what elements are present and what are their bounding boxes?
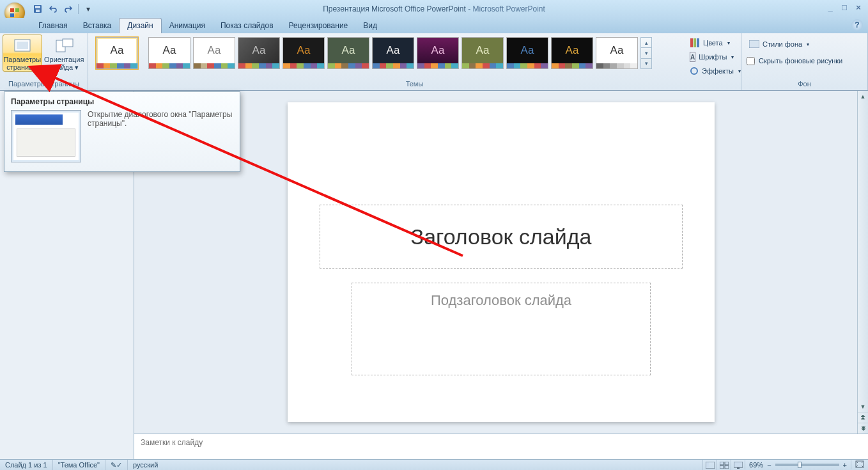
fit-to-window-button[interactable] <box>851 460 864 469</box>
svg-rect-22 <box>725 466 729 469</box>
doc-title: Презентация Microsoft Office PowerPoint <box>323 4 466 13</box>
tab-design[interactable]: Дизайн <box>119 18 161 33</box>
svg-point-14 <box>691 68 697 74</box>
svg-rect-10 <box>63 39 73 47</box>
svg-rect-1 <box>15 8 19 12</box>
page-setup-button[interactable]: Параметры страницы <box>3 35 42 72</box>
tab-slideshow[interactable]: Показ слайдов <box>213 19 281 33</box>
canvas-area[interactable]: Заголовок слайда Подзаголовок слайда <box>134 91 868 434</box>
status-language[interactable]: русский <box>128 460 163 470</box>
bg-styles-icon <box>749 39 759 49</box>
tab-insert[interactable]: Вставка <box>75 19 120 33</box>
screentip-body: Открытие диалогового окна "Параметры стр… <box>88 110 233 162</box>
fonts-icon: A <box>690 52 695 62</box>
page-setup-icon <box>12 38 33 54</box>
window-title: Презентация Microsoft Office PowerPoint … <box>0 4 868 13</box>
theme-item[interactable]: Aa <box>283 37 325 69</box>
effects-button[interactable]: Эффекты▾ <box>687 64 736 78</box>
zoom-thumb[interactable] <box>798 462 802 468</box>
screentip: Параметры страницы Открытие диалогового … <box>4 91 240 172</box>
svg-rect-11 <box>690 38 693 47</box>
slideshow-view-button[interactable] <box>731 460 745 470</box>
scroll-up-icon[interactable]: ▲ <box>858 91 868 102</box>
group-page-setup-label: Параметры страницы <box>3 80 85 90</box>
window-controls: _ □ × <box>825 3 864 12</box>
svg-rect-12 <box>694 38 696 47</box>
normal-view-button[interactable] <box>702 460 717 470</box>
slide-canvas[interactable]: Заголовок слайда Подзаголовок слайда <box>288 102 715 422</box>
close-button[interactable]: × <box>853 3 864 12</box>
view-buttons <box>702 460 745 470</box>
page-setup-label: Параметры страницы <box>3 56 42 71</box>
theme-item[interactable]: Aa <box>372 37 414 69</box>
theme-item[interactable]: Aa <box>461 37 504 69</box>
restore-button[interactable]: □ <box>839 3 850 12</box>
ribbon-tabs: Главная Вставка Дизайн Анимация Показ сл… <box>0 18 868 33</box>
svg-rect-3 <box>15 13 19 17</box>
tab-home[interactable]: Главная <box>31 19 75 33</box>
theme-item[interactable]: Aa <box>506 37 548 69</box>
undo-icon[interactable] <box>47 3 59 15</box>
svg-rect-0 <box>10 8 14 12</box>
theme-item[interactable]: Aa <box>327 37 369 69</box>
theme-item[interactable]: Aa <box>238 37 280 69</box>
qat-customize-icon[interactable]: ▾ <box>82 3 94 15</box>
group-page-setup: Параметры страницы Ориентация слайда ▾ П… <box>0 33 88 90</box>
theme-gallery[interactable]: Aa Aa Aa Aa Aa Aa Aa Aa Aa Aa Aa Aa ▴▾▾ <box>91 35 683 69</box>
group-themes-label: Темы <box>91 80 738 90</box>
scroll-down-icon[interactable]: ▼ <box>858 401 868 412</box>
zoom-in-button[interactable]: + <box>843 461 847 469</box>
theme-gallery-more[interactable]: ▴▾▾ <box>640 37 652 69</box>
theme-item[interactable]: Aa <box>96 37 138 69</box>
theme-item[interactable]: Aa <box>551 37 593 69</box>
zoom-value[interactable]: 69% <box>749 461 763 469</box>
orientation-label: Ориентация слайда ▾ <box>44 56 84 71</box>
help-button[interactable]: ? <box>851 19 863 31</box>
theme-variants: Цвета▾ AШрифты▾ Эффекты▾ <box>685 35 738 79</box>
svg-rect-5 <box>35 6 40 8</box>
theme-item[interactable]: Aa <box>596 37 638 69</box>
screentip-thumbnail <box>11 110 81 162</box>
redo-icon[interactable] <box>63 3 74 15</box>
theme-item[interactable]: Aa <box>417 37 459 69</box>
svg-rect-6 <box>36 10 40 12</box>
minimize-button[interactable]: _ <box>825 3 836 12</box>
subtitle-placeholder[interactable]: Подзаголовок слайда <box>352 283 651 375</box>
office-button[interactable] <box>3 0 27 18</box>
vertical-scrollbar[interactable]: ▲ ▼ ⯭ ⯯ <box>857 91 868 434</box>
svg-rect-20 <box>725 462 729 465</box>
subtitle-placeholder-text: Подзаголовок слайда <box>431 292 571 308</box>
notes-pane[interactable]: Заметки к слайду <box>134 434 868 459</box>
tab-review[interactable]: Рецензирование <box>281 19 356 33</box>
notes-placeholder: Заметки к слайду <box>141 438 203 447</box>
svg-rect-21 <box>720 466 724 469</box>
group-background: Стили фона▾ Скрыть фоновые рисунки Фон <box>741 33 868 90</box>
orientation-button[interactable]: Ориентация слайда ▾ <box>43 35 85 72</box>
prev-slide-icon[interactable]: ⯭ <box>858 412 868 423</box>
tab-animation[interactable]: Анимация <box>162 19 213 33</box>
tab-view[interactable]: Вид <box>355 19 385 33</box>
title-bar: ▾ Презентация Microsoft Office PowerPoin… <box>0 0 868 18</box>
orientation-icon <box>54 38 74 54</box>
title-placeholder[interactable]: Заголовок слайда <box>320 205 683 269</box>
svg-rect-18 <box>706 462 709 468</box>
status-spellcheck[interactable]: ✎✓ <box>105 460 128 470</box>
screentip-title: Параметры страницы <box>4 92 240 107</box>
zoom-slider[interactable] <box>775 464 839 466</box>
theme-item[interactable]: Aa <box>148 37 190 69</box>
svg-rect-23 <box>734 462 743 467</box>
fonts-button[interactable]: AШрифты▾ <box>687 50 736 64</box>
theme-item[interactable]: Aa <box>193 37 235 69</box>
svg-rect-13 <box>697 38 699 47</box>
next-slide-icon[interactable]: ⯯ <box>858 423 868 434</box>
zoom-out-button[interactable]: − <box>767 461 771 469</box>
colors-button[interactable]: Цвета▾ <box>687 36 736 50</box>
sorter-view-button[interactable] <box>717 460 731 470</box>
bg-styles-button[interactable]: Стили фона▾ <box>747 37 862 51</box>
group-themes: Aa Aa Aa Aa Aa Aa Aa Aa Aa Aa Aa Aa ▴▾▾ … <box>88 33 741 90</box>
save-icon[interactable] <box>32 3 43 15</box>
hide-bg-checkbox[interactable]: Скрыть фоновые рисунки <box>747 54 862 68</box>
title-placeholder-text: Заголовок слайда <box>411 224 592 249</box>
hide-bg-input[interactable] <box>747 57 755 65</box>
spellcheck-icon: ✎✓ <box>111 461 122 469</box>
